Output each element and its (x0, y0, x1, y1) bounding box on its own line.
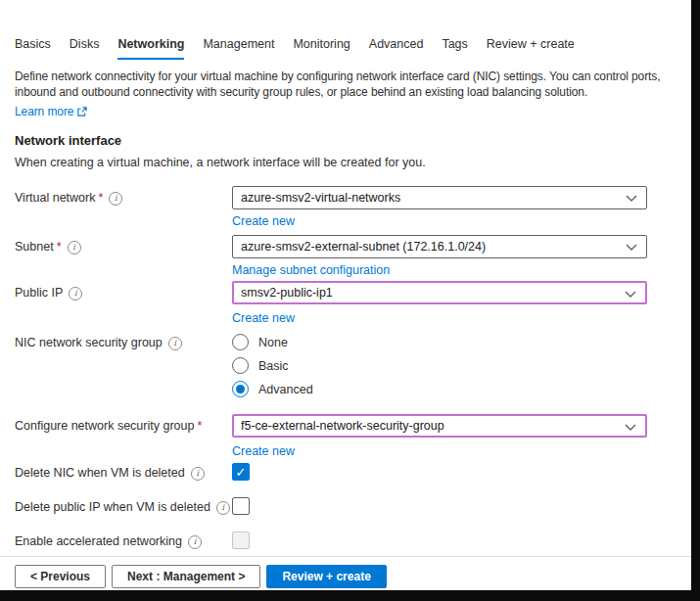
tab-review-create[interactable]: Review + create (487, 37, 575, 60)
wizard-footer: < Previous Next : Management > Review + … (15, 565, 387, 588)
external-link-icon (76, 107, 87, 117)
delete-nic-checkbox[interactable] (232, 463, 250, 481)
create-new-virtual-network-link[interactable]: Create new (232, 214, 295, 228)
label-text: Delete NIC when VM is deleted (15, 466, 185, 480)
chevron-down-icon (625, 291, 636, 299)
delete-public-ip-label: Delete public IP when VM is deleted (15, 498, 230, 516)
info-icon[interactable] (188, 535, 202, 549)
radio-none-label: None (258, 336, 288, 349)
radio-none[interactable] (232, 334, 249, 350)
label-text: Virtual network (15, 191, 95, 205)
review-create-button[interactable]: Review + create (266, 565, 386, 588)
subnet-label: Subnet* (15, 235, 81, 258)
create-new-nsg-link[interactable]: Create new (232, 444, 295, 458)
subnet-value: azure-smsv2-external-subnet (172.16.1.0/… (241, 240, 486, 254)
nic-nsg-option-basic[interactable]: Basic (232, 357, 289, 374)
label-text: Delete public IP when VM is deleted (15, 500, 210, 514)
chevron-down-icon (626, 244, 637, 252)
manage-subnet-configuration-link[interactable]: Manage subnet configuration (232, 263, 390, 277)
tab-management[interactable]: Management (203, 37, 274, 60)
configure-nsg-select[interactable]: f5-ce-external-network-security-group (232, 414, 647, 438)
public-ip-value: smsv2-public-ip1 (241, 286, 333, 300)
virtual-network-select[interactable]: azure-smsv2-virtual-networks (232, 186, 647, 209)
info-icon[interactable] (69, 287, 82, 300)
tab-disks[interactable]: Disks (70, 37, 100, 60)
required-asterisk: * (57, 240, 62, 254)
wizard-tabs: Basics Disks Networking Management Monit… (15, 37, 575, 60)
virtual-network-label: Virtual network* (15, 186, 122, 209)
create-new-public-ip-link[interactable]: Create new (232, 311, 295, 325)
intro-block: Define network connectivity for your vir… (15, 69, 688, 119)
intro-description: Define network connectivity for your vir… (15, 69, 660, 99)
label-text: NIC network security group (15, 336, 163, 349)
footer-divider (0, 556, 691, 557)
capture-right-edge (691, 0, 700, 601)
label-text: Public IP (15, 286, 63, 300)
configure-nsg-label: Configure network security group* (15, 414, 202, 438)
nic-nsg-option-none[interactable]: None (232, 334, 288, 350)
configure-nsg-value: f5-ce-external-network-security-group (241, 419, 444, 433)
section-description: When creating a virtual machine, a netwo… (15, 156, 426, 169)
info-icon[interactable] (191, 467, 205, 481)
accelerated-networking-label: Enable accelerated networking (15, 532, 202, 550)
chevron-down-icon (626, 195, 637, 203)
public-ip-select[interactable]: smsv2-public-ip1 (232, 281, 647, 304)
radio-advanced[interactable] (232, 381, 249, 397)
subnet-select[interactable]: azure-smsv2-external-subnet (172.16.1.0/… (232, 235, 647, 258)
required-asterisk: * (197, 419, 202, 433)
section-heading: Network interface (15, 133, 121, 148)
tab-advanced[interactable]: Advanced (369, 37, 424, 60)
nic-nsg-label: NIC network security group (15, 334, 182, 351)
chevron-down-icon (625, 424, 636, 432)
virtual-network-value: azure-smsv2-virtual-networks (241, 191, 400, 205)
info-icon[interactable] (168, 337, 182, 350)
label-text: Enable accelerated networking (15, 534, 182, 548)
delete-nic-label: Delete NIC when VM is deleted (15, 464, 205, 482)
radio-advanced-label: Advanced (258, 383, 313, 396)
info-icon[interactable] (109, 192, 122, 206)
tab-monitoring[interactable]: Monitoring (293, 37, 350, 60)
info-icon[interactable] (68, 241, 81, 254)
previous-button[interactable]: < Previous (15, 565, 106, 588)
radio-basic[interactable] (232, 357, 249, 374)
label-text: Subnet (15, 240, 54, 254)
info-icon[interactable] (216, 501, 230, 515)
next-management-button[interactable]: Next : Management > (112, 565, 260, 588)
tab-tags[interactable]: Tags (442, 37, 467, 60)
tab-networking[interactable]: Networking (117, 37, 184, 60)
networking-tab-page: Basics Disks Networking Management Monit… (0, 0, 700, 601)
label-text: Configure network security group (15, 419, 194, 433)
required-asterisk: * (98, 191, 103, 205)
learn-more-label: Learn more (15, 104, 73, 119)
delete-public-ip-checkbox[interactable] (232, 497, 250, 515)
nic-nsg-option-advanced[interactable]: Advanced (232, 381, 313, 397)
radio-basic-label: Basic (258, 359, 289, 373)
capture-bottom-edge (0, 590, 700, 601)
tab-basics[interactable]: Basics (15, 37, 51, 60)
public-ip-label: Public IP (15, 281, 82, 304)
accelerated-networking-checkbox (232, 532, 250, 549)
learn-more-link[interactable]: Learn more (15, 104, 87, 119)
